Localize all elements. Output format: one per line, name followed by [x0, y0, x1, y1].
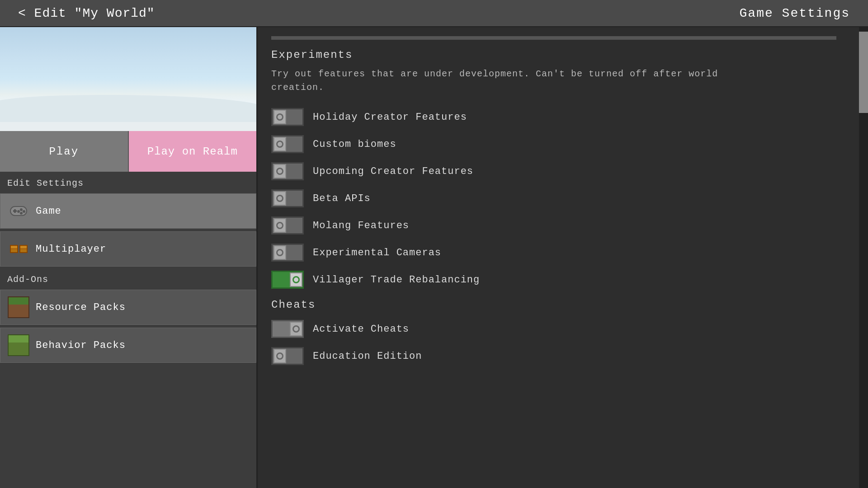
- upcoming-creator-label: Upcoming Creator Features: [313, 166, 473, 177]
- beta-apis-toggle[interactable]: [271, 189, 304, 207]
- game-controller-icon: [8, 200, 29, 222]
- cheats-heading: Cheats: [271, 299, 836, 311]
- scroll-indicator: [271, 36, 836, 40]
- resource-packs-icon: [8, 296, 29, 318]
- molang-label: Molang Features: [313, 220, 409, 231]
- toggle-knob: [290, 322, 302, 336]
- education-edition-label: Education Edition: [313, 351, 422, 362]
- svg-point-6: [17, 210, 20, 213]
- toggle-row-custom-biomes: Custom biomes: [271, 132, 836, 156]
- sidebar-item-multiplayer[interactable]: Multiplayer: [0, 231, 256, 267]
- scrollbar-thumb[interactable]: [859, 32, 868, 113]
- sidebar-item-behavior-packs[interactable]: Behavior Packs: [0, 328, 256, 363]
- toggle-knob: [290, 272, 302, 287]
- back-button[interactable]: < Edit "My World": [18, 6, 155, 20]
- toggle-knob: [274, 137, 286, 151]
- addons-label: Add-Ons: [0, 268, 256, 288]
- toggle-track: [271, 135, 304, 153]
- toggle-row-education-edition: Education Edition: [271, 344, 836, 368]
- toggle-track: [271, 216, 304, 235]
- right-panel: Experiments Try out features that are un…: [258, 27, 859, 488]
- toggle-track-on: [271, 271, 304, 289]
- custom-biomes-toggle[interactable]: [271, 135, 304, 153]
- sidebar-item-resource-packs[interactable]: Resource Packs: [0, 290, 256, 325]
- activate-cheats-toggle[interactable]: [271, 320, 304, 338]
- toggle-track: [271, 244, 304, 262]
- svg-rect-2: [13, 210, 17, 212]
- toggle-knob: [274, 245, 286, 260]
- toggle-track: [271, 108, 304, 126]
- toggle-row-experimental-cameras: Experimental Cameras: [271, 241, 836, 264]
- toggle-circle: [276, 195, 283, 202]
- svg-point-3: [20, 208, 23, 211]
- toggle-circle: [276, 113, 283, 121]
- experimental-cameras-toggle[interactable]: [271, 244, 304, 262]
- holiday-creator-toggle[interactable]: [271, 108, 304, 126]
- play-button[interactable]: Play: [0, 131, 129, 172]
- toggle-knob: [274, 164, 286, 178]
- villager-trade-label: Villager Trade Rebalancing: [313, 274, 480, 286]
- world-preview: [0, 27, 256, 131]
- toggle-circle: [276, 249, 283, 256]
- behavior-packs-label: Behavior Packs: [36, 340, 126, 351]
- action-buttons: Play Play on Realm: [0, 131, 256, 172]
- sidebar-item-game[interactable]: Game: [0, 193, 256, 229]
- game-label: Game: [36, 206, 61, 217]
- scrollbar[interactable]: [859, 27, 868, 488]
- toggle-circle: [292, 325, 300, 333]
- toggle-track: [271, 347, 304, 365]
- toggle-track: [271, 189, 304, 207]
- page-title: Game Settings: [740, 6, 850, 20]
- resource-packs-label: Resource Packs: [36, 302, 126, 313]
- edit-settings-label: Edit Settings: [0, 172, 256, 192]
- right-panel-wrapper: Experiments Try out features that are un…: [258, 27, 868, 488]
- experiments-heading: Experiments: [271, 49, 836, 61]
- toggle-knob: [274, 191, 286, 206]
- toggle-knob: [274, 349, 286, 363]
- header: < Edit "My World" Game Settings: [0, 0, 868, 27]
- multiplayer-label: Multiplayer: [36, 244, 106, 255]
- toggle-row-activate-cheats: Activate Cheats: [271, 317, 836, 341]
- svg-point-5: [20, 212, 23, 215]
- play-on-realm-button[interactable]: Play on Realm: [129, 131, 257, 172]
- activate-cheats-label: Activate Cheats: [313, 324, 409, 335]
- toggle-row-upcoming-creator: Upcoming Creator Features: [271, 160, 836, 183]
- toggle-track: [271, 320, 304, 338]
- toggle-knob: [274, 218, 286, 233]
- toggle-row-villager-trade: Villager Trade Rebalancing: [271, 268, 836, 291]
- main-layout: Play Play on Realm Edit Settings Game: [0, 27, 868, 488]
- molang-toggle[interactable]: [271, 216, 304, 235]
- custom-biomes-label: Custom biomes: [313, 139, 396, 150]
- toggle-circle: [276, 168, 283, 175]
- toggle-circle: [276, 222, 283, 229]
- upcoming-creator-toggle[interactable]: [271, 162, 304, 180]
- education-edition-toggle[interactable]: [271, 347, 304, 365]
- toggle-track: [271, 162, 304, 180]
- toggle-circle: [276, 141, 283, 148]
- villager-trade-toggle[interactable]: [271, 271, 304, 289]
- toggle-knob: [274, 110, 286, 124]
- experimental-cameras-label: Experimental Cameras: [313, 247, 441, 258]
- toggle-row-beta-apis: Beta APIs: [271, 187, 836, 210]
- svg-point-4: [23, 210, 25, 213]
- behavior-packs-icon: [8, 334, 29, 356]
- beta-apis-label: Beta APIs: [313, 193, 371, 204]
- experiments-description: Try out features that are under developm…: [271, 67, 769, 94]
- multiplayer-icon: [8, 238, 29, 260]
- toggle-row-molang: Molang Features: [271, 214, 836, 237]
- toggle-circle: [292, 276, 300, 283]
- holiday-creator-label: Holiday Creator Features: [313, 112, 467, 123]
- toggle-row-holiday-creator: Holiday Creator Features: [271, 105, 836, 129]
- toggle-circle: [276, 352, 283, 360]
- left-panel: Play Play on Realm Edit Settings Game: [0, 27, 258, 488]
- cheats-section: Cheats Activate Cheats: [271, 299, 836, 368]
